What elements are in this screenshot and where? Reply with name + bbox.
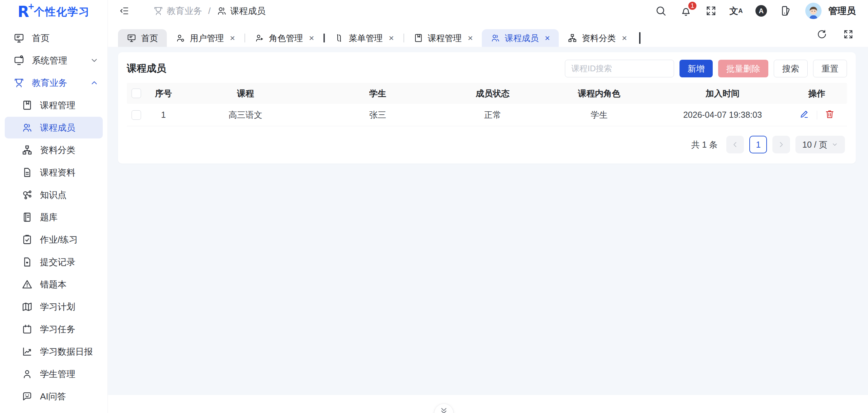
theme-mode-button[interactable]: A [755, 5, 767, 17]
sidebar-item-label: 资料分类 [40, 144, 99, 156]
tab-separator [323, 34, 325, 42]
sidebar-item-knowledge-points[interactable]: 知识点 [0, 184, 107, 206]
sidebar-item-label: 学习数据日报 [40, 346, 99, 358]
sidebar-item-material-category[interactable]: 资料分类 [0, 139, 107, 161]
page-number-button[interactable]: 1 [749, 136, 767, 153]
cell-actions [787, 109, 847, 121]
sidebar-menu: 首页 系统管理 教育业务 课程管理 课程成员 [0, 24, 107, 407]
tab-user-management[interactable]: 用户管理 × [167, 29, 244, 47]
sidebar-item-label: 错题本 [40, 279, 99, 290]
fullscreen-button[interactable] [705, 5, 717, 17]
sidebar-item-label: 学生管理 [40, 368, 99, 380]
tab-separator [244, 34, 245, 42]
sidebar-item-course-members[interactable]: 课程成员 [5, 117, 103, 138]
collapse-sidebar-icon [119, 6, 130, 16]
tab-close-icon[interactable]: × [622, 33, 627, 43]
tab-close-icon[interactable]: × [230, 33, 235, 43]
sidebar-item-label: 课程管理 [40, 99, 99, 111]
delete-button[interactable] [825, 109, 835, 121]
tab-course-members[interactable]: 课程成员 × [482, 29, 559, 47]
page-size-select[interactable]: 10 / 页 [795, 136, 845, 153]
sidebar-item-ai-qa[interactable]: AI问答 [0, 386, 107, 407]
cell-join-time: 2026-04-07 19:38:03 [658, 110, 787, 120]
user-arrow-icon [255, 33, 264, 43]
language-switch-button[interactable]: 文A [730, 5, 742, 17]
trash-icon [825, 109, 835, 119]
tab-menu-management[interactable]: 菜单管理 × [326, 29, 402, 47]
menu-flow-icon [334, 33, 344, 43]
tabbar-actions [816, 22, 854, 47]
tab-home[interactable]: 首页 [118, 29, 167, 47]
user-gear-icon [176, 33, 185, 43]
tab-role-management[interactable]: 角色管理 × [246, 29, 323, 47]
add-button[interactable]: 新增 [679, 60, 713, 77]
sidebar-item-course-materials[interactable]: 课程资料 [0, 162, 107, 183]
clipboard-check-icon [22, 234, 33, 245]
network-icon [22, 189, 33, 200]
document-icon [22, 167, 33, 178]
search-icon [655, 5, 667, 17]
column-header: 操作 [787, 88, 847, 99]
tab-course-management[interactable]: 课程管理 × [405, 29, 482, 47]
search-button[interactable] [655, 5, 667, 17]
cell-index: 1 [146, 110, 181, 120]
sidebar-item-student-management[interactable]: 学生管理 [0, 363, 107, 385]
skin-settings-button[interactable] [780, 5, 792, 17]
tab-material-category[interactable]: 资料分类 × [559, 29, 636, 47]
calendar-icon [22, 324, 33, 335]
sidebar-item-study-tasks[interactable]: 学习任务 [0, 318, 107, 340]
select-all-checkbox[interactable] [132, 89, 141, 98]
cell-course: 高三语文 [181, 109, 310, 120]
system-settings-icon [14, 55, 24, 66]
batch-delete-button[interactable]: 批量删除 [718, 60, 768, 77]
tab-close-icon[interactable]: × [389, 33, 394, 43]
sidebar-item-home[interactable]: 首页 [0, 27, 107, 49]
column-header: 序号 [146, 88, 181, 99]
content-area: 课程成员 新增 批量删除 搜索 重置 序号 课程 学生 [108, 47, 868, 395]
pencil-icon [799, 109, 809, 119]
sidebar-collapse-button[interactable] [118, 4, 131, 17]
notebook-icon [22, 212, 33, 223]
edit-button[interactable] [799, 109, 809, 121]
chat-smile-icon [22, 391, 33, 402]
sidebar-item-study-plan[interactable]: 学习计划 [0, 296, 107, 318]
reset-button[interactable]: 重置 [813, 60, 847, 77]
table-header-row: 序号 课程 学生 成员状态 课程内角色 加入时间 操作 [127, 83, 847, 104]
people-icon [491, 33, 500, 43]
refresh-tab-button[interactable] [816, 28, 828, 40]
tab-close-icon[interactable]: × [545, 33, 550, 43]
sidebar-item-submissions[interactable]: 提交记录 [0, 251, 107, 273]
sidebar-item-question-bank[interactable]: 题库 [0, 206, 107, 228]
sidebar-item-label: 提交记录 [40, 256, 99, 268]
card-header: 课程成员 新增 批量删除 搜索 重置 [127, 54, 847, 83]
sidebar-item-course-management[interactable]: 课程管理 [0, 94, 107, 116]
breadcrumb-parent[interactable]: 教育业务 [153, 5, 202, 17]
tab-close-icon[interactable]: × [309, 33, 314, 43]
user-avatar[interactable] [805, 3, 822, 19]
sidebar-item-education[interactable]: 教育业务 [0, 72, 107, 94]
search-submit-button[interactable]: 搜索 [774, 60, 808, 77]
sidebar-item-mistake-book[interactable]: 错题本 [0, 274, 107, 295]
prev-page-button[interactable] [726, 136, 744, 153]
maximize-content-button[interactable] [842, 28, 854, 40]
sidebar-item-homework[interactable]: 作业/练习 [0, 229, 107, 250]
app-logo[interactable]: R+ 个性化学习 [0, 0, 107, 24]
warning-triangle-icon [22, 279, 33, 290]
cell-student: 张三 [310, 109, 446, 120]
sidebar-item-study-report[interactable]: 学习数据日报 [0, 341, 107, 362]
sidebar-item-system[interactable]: 系统管理 [0, 50, 107, 71]
chevron-down-icon [90, 56, 99, 65]
tab-close-icon[interactable]: × [468, 33, 473, 43]
course-id-search-input[interactable] [565, 60, 674, 77]
table-row: 1 高三语文 张三 正常 学生 2026-04-07 19:38:03 [127, 104, 847, 126]
sidebar-item-label: 课程成员 [40, 122, 94, 134]
tab-bar: 首页 用户管理 × 角色管理 × 菜单管理 × [108, 22, 868, 47]
notifications-button[interactable]: 1 [680, 5, 692, 17]
avatar-face-icon [807, 5, 820, 19]
theme-letter-icon: A [755, 5, 767, 17]
footer-strip [108, 395, 868, 413]
row-checkbox[interactable] [132, 110, 141, 120]
next-page-button[interactable] [772, 136, 790, 153]
notification-badge: 1 [687, 1, 697, 11]
course-members-card: 课程成员 新增 批量删除 搜索 重置 序号 课程 学生 [118, 52, 856, 164]
